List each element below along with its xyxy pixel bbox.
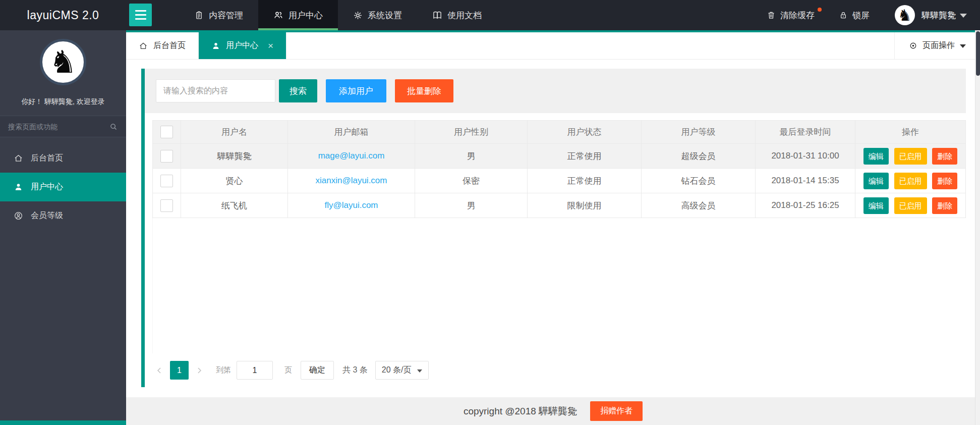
topnav-item-system-settings[interactable]: 系统设置 bbox=[338, 0, 417, 30]
home-icon bbox=[139, 41, 148, 50]
clipboard-icon bbox=[194, 11, 204, 20]
add-user-button[interactable]: 添加用户 bbox=[326, 79, 386, 102]
copyright-text: copyright @2018 驊驊龔毚 bbox=[464, 405, 577, 418]
col-header-email: 用户邮箱 bbox=[288, 121, 415, 144]
per-page-select[interactable]: 20 条/页 bbox=[375, 361, 429, 380]
book-icon bbox=[432, 10, 442, 20]
notification-dot bbox=[818, 8, 822, 12]
next-page-button[interactable] bbox=[194, 365, 204, 376]
chevron-down-icon bbox=[960, 44, 966, 48]
enabled-toggle-button[interactable]: 已启用 bbox=[894, 148, 927, 165]
delete-button[interactable]: 删除 bbox=[932, 173, 957, 189]
sidebar-search-input[interactable] bbox=[8, 123, 109, 131]
cell-level: 超级会员 bbox=[642, 144, 756, 169]
row-checkbox[interactable] bbox=[160, 175, 173, 187]
total-count-label: 共 3 条 bbox=[342, 365, 368, 376]
app-window: layuiCMS 2.0 内容管理 用户中心 系统设置 bbox=[0, 0, 980, 425]
user-menu[interactable]: ♞ 驊驊龔毚 bbox=[882, 5, 972, 25]
users-icon bbox=[273, 10, 283, 20]
tab-user-center[interactable]: 用户中心 × bbox=[199, 32, 286, 59]
row-checkbox[interactable] bbox=[160, 150, 173, 163]
goto-page-suffix: 页 bbox=[284, 365, 292, 375]
lock-icon bbox=[839, 11, 848, 20]
sidebar-item-label: 用户中心 bbox=[31, 182, 63, 192]
row-checkbox[interactable] bbox=[160, 199, 173, 212]
clear-cache-label: 清除缓存 bbox=[780, 10, 815, 21]
cell-email-link[interactable]: mage@layui.com bbox=[318, 151, 385, 161]
table-empty-space bbox=[152, 218, 966, 353]
app-logo: layuiCMS 2.0 bbox=[0, 0, 126, 30]
sidebar-bottom-accent bbox=[0, 420, 126, 425]
footer: copyright @2018 驊驊龔毚 捐赠作者 bbox=[126, 397, 980, 425]
user-icon bbox=[211, 41, 220, 50]
table-row: 驊驊龔毚 mage@layui.com 男 正常使用 超级会员 2018-01-… bbox=[153, 144, 966, 169]
cell-level: 钻石会员 bbox=[642, 169, 756, 193]
topnav-item-label: 使用文档 bbox=[447, 10, 482, 21]
tab-label: 后台首页 bbox=[153, 40, 186, 51]
scrollbar-thumb[interactable] bbox=[976, 31, 980, 76]
select-all-checkbox[interactable] bbox=[160, 126, 173, 138]
donate-button[interactable]: 捐赠作者 bbox=[590, 401, 643, 421]
close-icon[interactable]: × bbox=[268, 41, 273, 50]
sidebar-item-dashboard[interactable]: 后台首页 bbox=[0, 144, 126, 173]
table-header-row: 用户名 用户邮箱 用户性别 用户状态 用户等级 最后登录时间 操作 bbox=[153, 121, 966, 144]
sidebar-search bbox=[0, 116, 126, 137]
chevron-down-icon bbox=[417, 369, 422, 373]
bulk-delete-button[interactable]: 批量删除 bbox=[395, 79, 453, 102]
per-page-value: 20 条/页 bbox=[382, 365, 412, 376]
topnav-item-user-center[interactable]: 用户中心 bbox=[258, 0, 338, 30]
search-button[interactable]: 搜索 bbox=[279, 79, 317, 102]
sidebar-item-user-center[interactable]: 用户中心 bbox=[0, 173, 126, 201]
goto-page-prefix: 到第 bbox=[216, 365, 231, 375]
sidebar-item-member-level[interactable]: 会员等级 bbox=[0, 201, 126, 230]
home-icon bbox=[14, 153, 23, 163]
edit-button[interactable]: 编辑 bbox=[863, 173, 889, 189]
topbar-actions: 清除缓存 锁屏 ♞ 驊驊龔毚 bbox=[755, 0, 980, 30]
page-number-current[interactable]: 1 bbox=[170, 361, 189, 380]
lock-screen-label: 锁屏 bbox=[852, 10, 870, 21]
topnav-item-label: 内容管理 bbox=[209, 10, 243, 21]
page-operations-dropdown[interactable]: 页面操作 bbox=[894, 32, 980, 59]
toolbar: 搜索 添加用户 批量删除 bbox=[145, 69, 966, 113]
cell-email-link[interactable]: xianxin@layui.com bbox=[316, 176, 387, 185]
cell-status: 正常使用 bbox=[528, 144, 642, 169]
page-scrollbar[interactable] bbox=[975, 30, 980, 425]
delete-button[interactable]: 删除 bbox=[932, 197, 957, 214]
cell-gender: 男 bbox=[415, 193, 528, 218]
profile-avatar[interactable]: ♞ bbox=[40, 39, 86, 85]
user-icon bbox=[14, 182, 23, 192]
table-row: 纸飞机 fly@layui.com 男 限制使用 高级会员 2018-01-25… bbox=[153, 193, 966, 218]
page-content: 搜索 添加用户 批量删除 bbox=[126, 60, 980, 397]
sidebar-item-label: 会员等级 bbox=[31, 210, 63, 221]
cell-status: 限制使用 bbox=[528, 193, 642, 218]
col-header-actions: 操作 bbox=[855, 121, 966, 144]
confirm-page-button[interactable]: 确定 bbox=[301, 361, 334, 380]
sidebar-menu: 后台首页 用户中心 会员等级 bbox=[0, 144, 126, 230]
topnav-item-content-mgmt[interactable]: 内容管理 bbox=[179, 0, 258, 30]
gear-icon bbox=[353, 11, 363, 20]
search-input[interactable] bbox=[156, 79, 275, 102]
enabled-toggle-button[interactable]: 已启用 bbox=[894, 173, 927, 189]
cell-level: 高级会员 bbox=[642, 193, 756, 218]
edit-button[interactable]: 编辑 bbox=[863, 197, 889, 214]
goto-page-input[interactable] bbox=[237, 361, 273, 380]
prev-page-button[interactable] bbox=[154, 365, 164, 376]
enabled-toggle-button[interactable]: 已启用 bbox=[894, 197, 927, 214]
delete-button[interactable]: 删除 bbox=[932, 148, 957, 165]
clear-cache-button[interactable]: 清除缓存 bbox=[755, 0, 827, 30]
col-header-username: 用户名 bbox=[181, 121, 288, 144]
sidebar-item-label: 后台首页 bbox=[31, 153, 63, 164]
tab-dashboard[interactable]: 后台首页 bbox=[126, 32, 199, 59]
cell-gender: 男 bbox=[415, 144, 528, 169]
edit-button[interactable]: 编辑 bbox=[863, 148, 889, 165]
frame: ♞ 你好！ 驊驊龔毚, 欢迎登录 后台首页 bbox=[0, 30, 980, 425]
menu-toggle-button[interactable] bbox=[129, 4, 152, 26]
greeting-text: 你好！ 驊驊龔毚, 欢迎登录 bbox=[0, 97, 126, 107]
cell-username: 纸飞机 bbox=[181, 193, 288, 218]
user-avatar: ♞ bbox=[895, 5, 915, 25]
tab-label: 用户中心 bbox=[226, 40, 258, 51]
topnav-item-docs[interactable]: 使用文档 bbox=[417, 0, 497, 30]
cell-email-link[interactable]: fly@layui.com bbox=[324, 200, 378, 210]
search-icon[interactable] bbox=[109, 122, 118, 131]
lock-screen-button[interactable]: 锁屏 bbox=[827, 0, 882, 30]
